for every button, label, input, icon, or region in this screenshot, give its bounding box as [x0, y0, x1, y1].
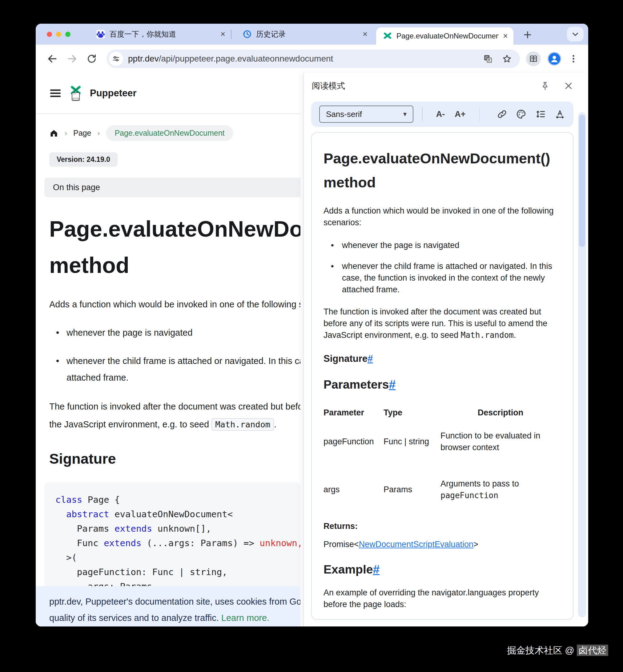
site-settings-icon[interactable]: [109, 52, 123, 66]
cell-description: Function to be evaluated in browser cont…: [441, 418, 561, 465]
back-button[interactable]: [46, 53, 58, 65]
tab-search-button[interactable]: [567, 27, 584, 41]
breadcrumb-page-link[interactable]: Page: [73, 129, 91, 138]
chevron-down-icon: ▾: [403, 110, 407, 118]
example-text: An example of overriding the navigator.l…: [324, 587, 561, 610]
doc-page: Puppeteer › Page › Page.evaluateOnNewDoc…: [36, 73, 300, 627]
profile-avatar[interactable]: [547, 52, 561, 65]
reload-button[interactable]: [86, 53, 98, 65]
minimize-window-button[interactable]: [56, 32, 61, 37]
url-text[interactable]: pptr.dev/api/puppeteer.page.evaluateonne…: [128, 54, 475, 64]
watermark-highlight: 卤代烃: [577, 645, 608, 656]
col-header-description: Description: [441, 408, 561, 418]
scrollbar-thumb[interactable]: [579, 115, 585, 247]
maximize-window-button[interactable]: [65, 32, 70, 37]
cookie-line1: pptr.dev, Puppeteer's documentation site…: [49, 593, 300, 610]
col-header-parameter: Parameter: [324, 408, 384, 418]
font-family-select[interactable]: Sans-serif ▾: [319, 105, 413, 123]
article-bullet: whenever the child frame is attached or …: [338, 260, 561, 295]
code-line: abstract evaluateOnNewDocument<: [55, 507, 300, 522]
parameters-heading: Parameters#: [324, 378, 561, 391]
close-tab-icon[interactable]: ×: [220, 30, 225, 38]
inline-code: pageFunction: [441, 491, 498, 500]
breadcrumb: › Page › Page.evaluateOnNewDocument: [49, 125, 233, 141]
article-bullet: whenever the page is navigated: [338, 239, 561, 251]
cell-parameter: pageFunction: [324, 418, 384, 465]
doc-intro: Adds a function which would be invoked i…: [49, 299, 300, 309]
article-intro: Adds a function which would be invoked i…: [324, 205, 561, 228]
forward-button[interactable]: [66, 53, 78, 65]
cookie-line2: quality of its services and to analyze t…: [49, 610, 300, 626]
tab-divider: [231, 30, 232, 39]
theme-palette-icon[interactable]: [515, 108, 527, 120]
code-line: class Page {: [55, 493, 300, 507]
breadcrumb-separator: ›: [65, 129, 67, 138]
reader-article: Page.evaluateOnNewDocument() method Adds…: [311, 132, 573, 620]
article-bullet-list: whenever the page is navigatedwhenever t…: [338, 239, 561, 295]
tab-title: 百度一下，你就知道: [110, 29, 202, 39]
on-this-page-toggle[interactable]: On this page: [44, 178, 300, 197]
font-family-value: Sans-serif: [326, 110, 362, 119]
link-icon[interactable]: [496, 108, 508, 120]
puppeteer-logo-icon[interactable]: [69, 85, 83, 101]
signature-anchor-link[interactable]: #: [367, 353, 373, 364]
parameters-table: Parameter Type Description pageFunctionF…: [324, 408, 561, 514]
reading-mode-panel: 阅读模式 Sans-serif ▾ A- A+: [303, 73, 588, 627]
parameters-anchor-link[interactable]: #: [389, 378, 395, 391]
tab-history[interactable]: 历史记录 ×: [242, 24, 372, 44]
decrease-font-button[interactable]: A-: [431, 110, 450, 119]
cell-parameter: args: [324, 465, 384, 514]
bookmark-star-icon[interactable]: [501, 53, 513, 65]
increase-font-button[interactable]: A+: [450, 110, 470, 119]
site-brand[interactable]: Puppeteer: [90, 88, 137, 99]
watermark: 掘金技术社区 @ 卤代烃: [507, 644, 608, 657]
reading-mode-button[interactable]: [526, 51, 541, 66]
cell-type: Params: [384, 465, 441, 514]
address-bar[interactable]: pptr.dev/api/puppeteer.page.evaluateonne…: [107, 50, 520, 68]
returns-type-link[interactable]: NewDocumentScriptEvaluation: [359, 540, 473, 549]
close-tab-icon[interactable]: ×: [363, 30, 367, 38]
code-line: Func extends (...args: Params) => unknow…: [55, 536, 300, 550]
cookie-banner: pptr.dev, Puppeteer's documentation site…: [36, 586, 300, 627]
code-line: >(: [55, 550, 300, 565]
translate-icon[interactable]: G: [482, 53, 494, 65]
example-heading: Example#: [324, 563, 561, 576]
close-window-button[interactable]: [47, 32, 52, 37]
signature-heading: Signature: [49, 450, 116, 467]
home-icon[interactable]: [49, 129, 58, 138]
table-row: pageFunctionFunc | stringFunction to be …: [324, 418, 561, 465]
tab-baidu[interactable]: 百度一下，你就知道 ×: [96, 24, 228, 44]
close-panel-icon[interactable]: [563, 80, 574, 91]
table-row: argsParamsArguments to pass to pageFunct…: [324, 465, 561, 514]
doc-bullet-1: whenever the page is navigated: [66, 328, 193, 338]
tab-puppeteer-active[interactable]: Page.evaluateOnNewDocument ×: [376, 27, 513, 44]
returns-label: Returns:: [324, 522, 561, 531]
url-path: /api/puppeteer.page.evaluateonnewdocumen…: [159, 54, 333, 63]
code-line: pageFunction: Func | string,: [55, 565, 300, 579]
doc-bullet-2-line1: whenever the child frame is attached or …: [66, 356, 300, 366]
panel-scrollbar[interactable]: [578, 112, 586, 617]
doc-title: Page.evaluateOnNewDocument() method: [49, 211, 300, 283]
tab-strip: 百度一下，你就知道 × 历史记录 × Page.evaluateOnNewDoc…: [36, 24, 588, 44]
tab-title: 历史记录: [256, 29, 342, 39]
pin-icon[interactable]: [540, 80, 551, 91]
example-anchor-link[interactable]: #: [373, 563, 380, 576]
cell-type: Func | string: [384, 418, 441, 465]
letter-spacing-icon[interactable]: [554, 108, 565, 120]
cell-description: Arguments to pass to pageFunction: [441, 465, 561, 514]
breadcrumb-current[interactable]: Page.evaluateOnNewDocument: [106, 125, 233, 141]
learn-more-link[interactable]: Learn more.: [221, 613, 269, 623]
puppeteer-cross-icon: [383, 31, 392, 41]
new-tab-button[interactable]: [521, 28, 534, 41]
browser-menu-icon[interactable]: [568, 53, 579, 65]
breadcrumb-separator: ›: [97, 129, 100, 138]
hamburger-menu-icon[interactable]: [49, 87, 62, 99]
close-tab-icon[interactable]: ×: [503, 32, 508, 40]
reading-mode-header: 阅读模式: [312, 80, 574, 91]
site-header: Puppeteer: [36, 73, 300, 114]
signature-heading: Signature#: [324, 353, 561, 364]
page-content: Puppeteer › Page › Page.evaluateOnNewDoc…: [36, 73, 588, 627]
line-spacing-icon[interactable]: [535, 108, 546, 120]
article-para2: The function is invoked after the docume…: [324, 306, 561, 341]
code-line: Params extends unknown[],: [55, 522, 300, 536]
